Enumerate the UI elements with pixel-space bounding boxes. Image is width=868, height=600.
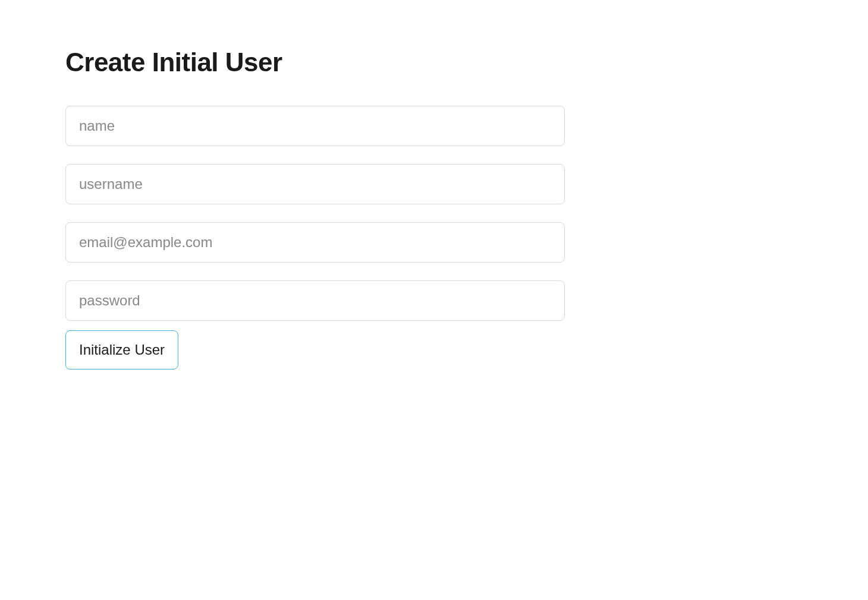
create-user-form: Create Initial User Initialize User	[65, 48, 565, 370]
email-field[interactable]	[65, 222, 565, 263]
page-title: Create Initial User	[65, 48, 565, 77]
password-field[interactable]	[65, 280, 565, 321]
name-field[interactable]	[65, 106, 565, 146]
initialize-user-button[interactable]: Initialize User	[65, 330, 178, 370]
username-field[interactable]	[65, 164, 565, 204]
